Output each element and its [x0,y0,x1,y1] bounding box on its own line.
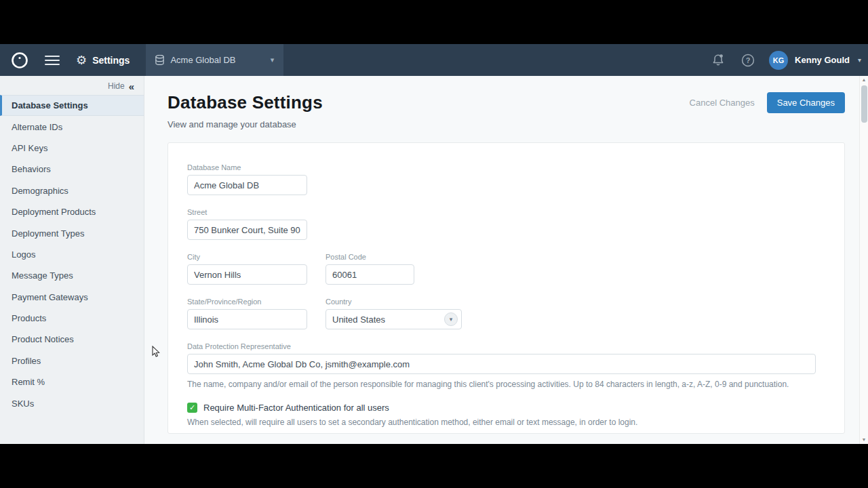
sidebar-item-demographics[interactable]: Demographics [0,180,144,201]
country-label: Country [326,298,462,306]
sidebar-item-database-settings[interactable]: Database Settings [0,95,144,116]
city-input[interactable] [187,264,307,285]
user-initials: KG [773,56,785,64]
mfa-label: Require Multi-Factor Authentication for … [203,403,389,413]
question-mark-icon: ? [741,54,755,67]
main-content: Database Settings Cancel Changes Save Ch… [144,76,868,444]
page-subtitle: View and manage your database [167,119,845,129]
postal-code-input[interactable] [326,264,414,285]
app-window: ⚙ Settings Acme Global DB ▾ [0,44,868,444]
sidebar-item-label: Payment Gateways [12,292,88,302]
sidebar-item-api-keys[interactable]: API Keys [0,138,144,159]
bell-icon [712,54,724,66]
scroll-up-icon[interactable]: ▲ [862,76,867,84]
top-navbar: ⚙ Settings Acme Global DB ▾ [0,44,868,76]
sidebar-item-message-types[interactable]: Message Types [0,265,144,286]
scrollbar-thumb[interactable] [861,85,867,123]
sidebar-item-profiles[interactable]: Profiles [0,350,144,371]
check-icon: ✓ [189,403,195,412]
help-button[interactable]: ? [739,52,757,69]
nav-settings[interactable]: ⚙ Settings [76,54,130,66]
mfa-checkbox[interactable]: ✓ [187,403,197,413]
sidebar-item-label: Deployment Types [12,228,84,239]
scroll-down-icon[interactable]: ▼ [862,436,867,444]
user-avatar[interactable]: KG [769,51,788,70]
sidebar-item-product-notices[interactable]: Product Notices [0,329,144,350]
sidebar-item-label: Deployment Products [12,207,96,217]
sidebar-item-payment-gateways[interactable]: Payment Gateways [0,287,144,308]
vertical-scrollbar[interactable]: ▲ ▼ [859,76,868,444]
sidebar-item-label: Database Settings [12,100,88,110]
sidebar-item-deployment-products[interactable]: Deployment Products [0,201,144,222]
mfa-help-text: When selected, will require all users to… [187,418,825,427]
app-logo-icon[interactable] [9,50,30,70]
sidebar-item-label: Profiles [12,356,41,366]
state-label: State/Province/Region [187,298,307,306]
sidebar-item-label: Logos [12,249,35,260]
sidebar-item-alternate-ids[interactable]: Alternate IDs [0,116,144,137]
database-icon [155,55,164,65]
state-input[interactable] [187,309,307,329]
svg-text:?: ? [746,56,751,64]
database-name-label: Database Name [187,163,825,171]
sidebar-hide-toggle[interactable]: Hide « [0,77,144,95]
sidebar-item-label: API Keys [12,143,47,153]
logo-circle-icon [10,51,29,70]
sidebar-item-label: Products [12,313,46,323]
country-select[interactable]: United States ▾ [326,309,462,329]
sidebar-item-skus[interactable]: SKUs [0,392,144,413]
hide-label: Hide [108,81,125,91]
menu-hamburger-icon[interactable] [45,53,60,68]
sidebar-item-label: Message Types [12,270,73,281]
collapse-chevrons-icon: « [129,81,134,92]
cancel-changes-button[interactable]: Cancel Changes [690,98,755,108]
scrollbar-track[interactable] [860,84,868,436]
sidebar-item-behaviors[interactable]: Behaviors [0,159,144,180]
dpr-help-text: The name, company and/or email of the pe… [187,380,825,389]
database-name-input[interactable] [187,175,307,195]
sidebar-item-label: Alternate IDs [12,122,62,132]
notifications-button[interactable] [709,52,727,69]
settings-form-card: Database Name Street City Postal Code [167,142,845,434]
user-menu-chevron-icon[interactable]: ▾ [858,56,861,64]
select-chevron-icon: ▾ [444,312,458,326]
country-select-value: United States [332,314,444,325]
sidebar-item-deployment-types[interactable]: Deployment Types [0,222,144,243]
sidebar-item-logos[interactable]: Logos [0,244,144,265]
sidebar-item-label: Remit % [12,377,45,387]
street-input[interactable] [187,220,307,240]
data-protection-representative-input[interactable] [187,354,816,374]
sidebar-item-label: SKUs [12,399,34,409]
sidebar-item-label: Product Notices [12,334,74,344]
save-changes-button[interactable]: Save Changes [767,92,845,113]
postal-code-label: Postal Code [326,253,414,261]
city-label: City [187,253,307,261]
sidebar-item-remit[interactable]: Remit % [0,371,144,392]
gear-icon: ⚙ [76,54,87,66]
page-title: Database Settings [167,92,323,113]
sidebar-item-products[interactable]: Products [0,308,144,329]
settings-sidebar: Hide « Database Settings Alternate IDs A… [0,76,144,444]
database-selector-dropdown[interactable]: Acme Global DB ▾ [146,44,283,76]
street-label: Street [187,208,825,216]
nav-settings-label: Settings [92,55,130,66]
dpr-label: Data Protection Representative [187,342,825,350]
user-name[interactable]: Kenny Gould [795,55,850,65]
sidebar-item-label: Demographics [12,186,68,196]
chevron-down-icon: ▾ [271,56,275,64]
sidebar-item-label: Behaviors [12,164,51,174]
database-selector-value: Acme Global DB [170,55,260,65]
